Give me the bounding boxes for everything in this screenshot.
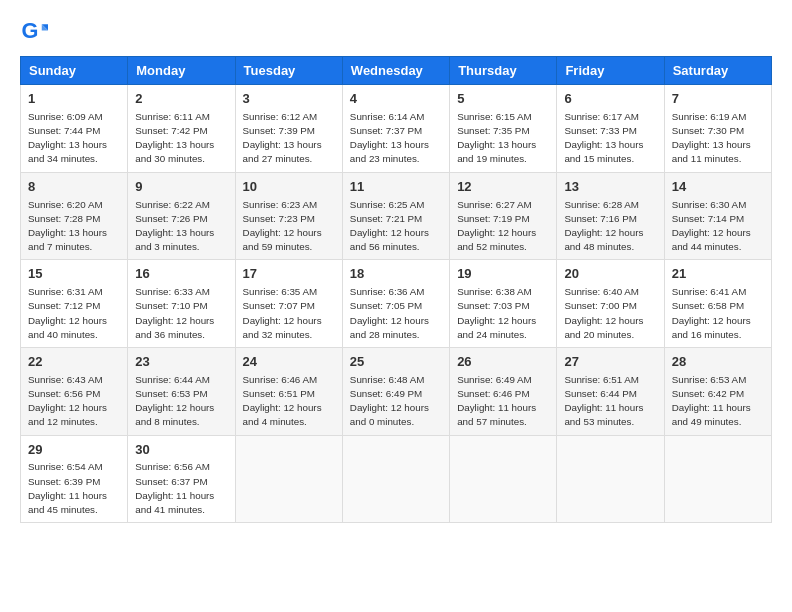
calendar-week-row: 29Sunrise: 6:54 AM Sunset: 6:39 PM Dayli…: [21, 435, 772, 523]
calendar-day-cell: 11Sunrise: 6:25 AM Sunset: 7:21 PM Dayli…: [342, 172, 449, 260]
calendar-day-cell: 22Sunrise: 6:43 AM Sunset: 6:56 PM Dayli…: [21, 347, 128, 435]
day-info: Sunrise: 6:30 AM Sunset: 7:14 PM Dayligh…: [672, 198, 764, 255]
calendar-day-cell: 13Sunrise: 6:28 AM Sunset: 7:16 PM Dayli…: [557, 172, 664, 260]
calendar-header-row: SundayMondayTuesdayWednesdayThursdayFrid…: [21, 57, 772, 85]
day-number: 6: [564, 90, 656, 109]
day-info: Sunrise: 6:38 AM Sunset: 7:03 PM Dayligh…: [457, 285, 549, 342]
day-info: Sunrise: 6:44 AM Sunset: 6:53 PM Dayligh…: [135, 373, 227, 430]
calendar-header-cell: Sunday: [21, 57, 128, 85]
calendar-day-cell: 17Sunrise: 6:35 AM Sunset: 7:07 PM Dayli…: [235, 260, 342, 348]
calendar-day-cell: [450, 435, 557, 523]
day-info: Sunrise: 6:33 AM Sunset: 7:10 PM Dayligh…: [135, 285, 227, 342]
calendar-day-cell: 16Sunrise: 6:33 AM Sunset: 7:10 PM Dayli…: [128, 260, 235, 348]
day-number: 4: [350, 90, 442, 109]
day-info: Sunrise: 6:23 AM Sunset: 7:23 PM Dayligh…: [243, 198, 335, 255]
calendar-week-row: 22Sunrise: 6:43 AM Sunset: 6:56 PM Dayli…: [21, 347, 772, 435]
calendar-header-cell: Monday: [128, 57, 235, 85]
calendar-day-cell: [557, 435, 664, 523]
calendar-table: SundayMondayTuesdayWednesdayThursdayFrid…: [20, 56, 772, 523]
calendar-week-row: 1Sunrise: 6:09 AM Sunset: 7:44 PM Daylig…: [21, 85, 772, 173]
day-number: 9: [135, 178, 227, 197]
calendar-day-cell: [235, 435, 342, 523]
day-info: Sunrise: 6:54 AM Sunset: 6:39 PM Dayligh…: [28, 460, 120, 517]
calendar-day-cell: [342, 435, 449, 523]
logo-icon: G: [20, 18, 48, 46]
day-number: 8: [28, 178, 120, 197]
day-number: 17: [243, 265, 335, 284]
day-info: Sunrise: 6:14 AM Sunset: 7:37 PM Dayligh…: [350, 110, 442, 167]
day-info: Sunrise: 6:36 AM Sunset: 7:05 PM Dayligh…: [350, 285, 442, 342]
calendar-day-cell: 14Sunrise: 6:30 AM Sunset: 7:14 PM Dayli…: [664, 172, 771, 260]
day-number: 28: [672, 353, 764, 372]
logo: G: [20, 18, 52, 46]
day-info: Sunrise: 6:53 AM Sunset: 6:42 PM Dayligh…: [672, 373, 764, 430]
day-number: 21: [672, 265, 764, 284]
day-number: 2: [135, 90, 227, 109]
calendar-week-row: 15Sunrise: 6:31 AM Sunset: 7:12 PM Dayli…: [21, 260, 772, 348]
day-number: 27: [564, 353, 656, 372]
calendar-day-cell: 24Sunrise: 6:46 AM Sunset: 6:51 PM Dayli…: [235, 347, 342, 435]
day-info: Sunrise: 6:31 AM Sunset: 7:12 PM Dayligh…: [28, 285, 120, 342]
day-number: 25: [350, 353, 442, 372]
day-number: 1: [28, 90, 120, 109]
day-info: Sunrise: 6:12 AM Sunset: 7:39 PM Dayligh…: [243, 110, 335, 167]
calendar-day-cell: 15Sunrise: 6:31 AM Sunset: 7:12 PM Dayli…: [21, 260, 128, 348]
day-info: Sunrise: 6:20 AM Sunset: 7:28 PM Dayligh…: [28, 198, 120, 255]
day-info: Sunrise: 6:56 AM Sunset: 6:37 PM Dayligh…: [135, 460, 227, 517]
calendar-header-cell: Saturday: [664, 57, 771, 85]
calendar-week-row: 8Sunrise: 6:20 AM Sunset: 7:28 PM Daylig…: [21, 172, 772, 260]
calendar-day-cell: 9Sunrise: 6:22 AM Sunset: 7:26 PM Daylig…: [128, 172, 235, 260]
day-info: Sunrise: 6:19 AM Sunset: 7:30 PM Dayligh…: [672, 110, 764, 167]
calendar-day-cell: 29Sunrise: 6:54 AM Sunset: 6:39 PM Dayli…: [21, 435, 128, 523]
calendar-day-cell: 19Sunrise: 6:38 AM Sunset: 7:03 PM Dayli…: [450, 260, 557, 348]
day-info: Sunrise: 6:25 AM Sunset: 7:21 PM Dayligh…: [350, 198, 442, 255]
day-number: 30: [135, 441, 227, 460]
calendar-header-cell: Friday: [557, 57, 664, 85]
day-info: Sunrise: 6:46 AM Sunset: 6:51 PM Dayligh…: [243, 373, 335, 430]
calendar-day-cell: 1Sunrise: 6:09 AM Sunset: 7:44 PM Daylig…: [21, 85, 128, 173]
day-number: 26: [457, 353, 549, 372]
calendar-header-cell: Tuesday: [235, 57, 342, 85]
day-number: 29: [28, 441, 120, 460]
calendar-day-cell: 10Sunrise: 6:23 AM Sunset: 7:23 PM Dayli…: [235, 172, 342, 260]
day-number: 13: [564, 178, 656, 197]
page: G SundayMondayTuesdayWednesdayThursdayFr…: [0, 0, 792, 535]
calendar-day-cell: 6Sunrise: 6:17 AM Sunset: 7:33 PM Daylig…: [557, 85, 664, 173]
calendar-day-cell: 27Sunrise: 6:51 AM Sunset: 6:44 PM Dayli…: [557, 347, 664, 435]
day-info: Sunrise: 6:22 AM Sunset: 7:26 PM Dayligh…: [135, 198, 227, 255]
calendar-day-cell: 5Sunrise: 6:15 AM Sunset: 7:35 PM Daylig…: [450, 85, 557, 173]
calendar-day-cell: 20Sunrise: 6:40 AM Sunset: 7:00 PM Dayli…: [557, 260, 664, 348]
day-info: Sunrise: 6:11 AM Sunset: 7:42 PM Dayligh…: [135, 110, 227, 167]
day-info: Sunrise: 6:51 AM Sunset: 6:44 PM Dayligh…: [564, 373, 656, 430]
calendar-day-cell: 12Sunrise: 6:27 AM Sunset: 7:19 PM Dayli…: [450, 172, 557, 260]
calendar-day-cell: 18Sunrise: 6:36 AM Sunset: 7:05 PM Dayli…: [342, 260, 449, 348]
day-info: Sunrise: 6:40 AM Sunset: 7:00 PM Dayligh…: [564, 285, 656, 342]
day-number: 11: [350, 178, 442, 197]
day-number: 16: [135, 265, 227, 284]
calendar-day-cell: 23Sunrise: 6:44 AM Sunset: 6:53 PM Dayli…: [128, 347, 235, 435]
day-number: 23: [135, 353, 227, 372]
day-number: 19: [457, 265, 549, 284]
day-number: 10: [243, 178, 335, 197]
day-number: 24: [243, 353, 335, 372]
day-info: Sunrise: 6:17 AM Sunset: 7:33 PM Dayligh…: [564, 110, 656, 167]
day-info: Sunrise: 6:49 AM Sunset: 6:46 PM Dayligh…: [457, 373, 549, 430]
calendar-day-cell: 8Sunrise: 6:20 AM Sunset: 7:28 PM Daylig…: [21, 172, 128, 260]
day-number: 22: [28, 353, 120, 372]
day-info: Sunrise: 6:43 AM Sunset: 6:56 PM Dayligh…: [28, 373, 120, 430]
calendar-header-cell: Wednesday: [342, 57, 449, 85]
calendar-day-cell: [664, 435, 771, 523]
calendar-body: 1Sunrise: 6:09 AM Sunset: 7:44 PM Daylig…: [21, 85, 772, 523]
day-number: 18: [350, 265, 442, 284]
calendar-day-cell: 26Sunrise: 6:49 AM Sunset: 6:46 PM Dayli…: [450, 347, 557, 435]
day-number: 15: [28, 265, 120, 284]
day-info: Sunrise: 6:41 AM Sunset: 6:58 PM Dayligh…: [672, 285, 764, 342]
calendar-day-cell: 2Sunrise: 6:11 AM Sunset: 7:42 PM Daylig…: [128, 85, 235, 173]
calendar-day-cell: 7Sunrise: 6:19 AM Sunset: 7:30 PM Daylig…: [664, 85, 771, 173]
header: G: [20, 18, 772, 46]
calendar-day-cell: 25Sunrise: 6:48 AM Sunset: 6:49 PM Dayli…: [342, 347, 449, 435]
calendar-day-cell: 4Sunrise: 6:14 AM Sunset: 7:37 PM Daylig…: [342, 85, 449, 173]
calendar-day-cell: 28Sunrise: 6:53 AM Sunset: 6:42 PM Dayli…: [664, 347, 771, 435]
calendar-header-cell: Thursday: [450, 57, 557, 85]
day-info: Sunrise: 6:27 AM Sunset: 7:19 PM Dayligh…: [457, 198, 549, 255]
